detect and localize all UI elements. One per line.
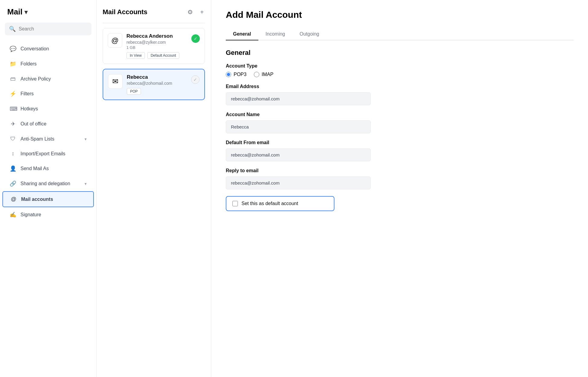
sidebar-item-label-archive-policy: Archive Policy: [21, 76, 51, 82]
account-name-rebecca: Rebecca: [127, 74, 187, 80]
settings-button[interactable]: ⚙: [186, 7, 194, 17]
sidebar-item-label-filters: Filters: [21, 91, 34, 97]
account-email-rebecca: rebecca@zohomail.com: [127, 81, 187, 86]
account-tags-rebecca-anderson: In ViewDefault Account: [126, 52, 187, 59]
nav-list: 💬Conversation📁Folders🗃Archive Policy⚡Fil…: [0, 41, 96, 222]
account-tag-rebecca-pop: POP: [127, 88, 141, 95]
account-tag-rebecca-anderson-default-account: Default Account: [147, 52, 179, 59]
folders-icon: 📁: [10, 61, 16, 67]
default-from-email-input[interactable]: [226, 148, 371, 161]
account-avatar-rebecca: ✉: [108, 74, 123, 89]
send-mail-as-icon: 👤: [10, 165, 16, 172]
sidebar-item-archive-policy[interactable]: 🗃Archive Policy: [2, 71, 94, 86]
sidebar-item-label-out-of-office: Out of office: [21, 121, 46, 127]
imap-radio[interactable]: [254, 72, 259, 77]
pop3-radio[interactable]: [226, 72, 231, 77]
email-address-input[interactable]: [226, 92, 371, 105]
account-type-group: Account Type POP3 IMAP: [226, 63, 574, 77]
add-account-button[interactable]: +: [199, 7, 205, 17]
search-box[interactable]: 🔍: [5, 23, 91, 35]
default-from-email-label: Default From email: [226, 140, 574, 145]
panel-title: Mail Accounts: [103, 8, 147, 16]
sidebar-item-label-conversation: Conversation: [21, 46, 49, 52]
sidebar: Mail ▾ 🔍 💬Conversation📁Folders🗃Archive P…: [0, 0, 97, 377]
sidebar-item-label-mail-accounts: Mail accounts: [21, 197, 53, 202]
app-title-text: Mail: [7, 7, 23, 17]
imap-option[interactable]: IMAP: [254, 72, 273, 77]
tab-general[interactable]: General: [226, 28, 258, 40]
anti-spam-arrow-icon: ▾: [85, 137, 87, 141]
pop3-option[interactable]: POP3: [226, 72, 247, 77]
reply-to-email-group: Reply to email: [226, 168, 574, 189]
sidebar-item-label-signature: Signature: [21, 212, 41, 217]
anti-spam-icon: 🛡: [10, 136, 16, 142]
reply-to-email-input[interactable]: [226, 176, 371, 189]
imap-label: IMAP: [262, 72, 273, 77]
signature-icon: ✍: [10, 211, 16, 218]
account-storage-rebecca-anderson: 1 GB: [126, 45, 187, 50]
tab-outgoing[interactable]: Outgoing: [292, 28, 327, 40]
account-tag-rebecca-anderson-in-view: In View: [126, 52, 145, 59]
import-export-icon: ↕: [10, 150, 16, 157]
account-info-rebecca-anderson: Rebecca Andersonrebecca@zylker.com1 GBIn…: [126, 33, 187, 59]
right-panel-title: Add Mail Account: [226, 10, 574, 20]
sidebar-item-anti-spam[interactable]: 🛡Anti-Spam Lists▾: [2, 131, 94, 146]
sidebar-item-label-anti-spam: Anti-Spam Lists: [21, 136, 54, 142]
title-dropdown-icon[interactable]: ▾: [24, 8, 27, 16]
sidebar-item-import-export[interactable]: ↕Import/Export Emails: [2, 146, 94, 161]
panel-header: Mail Accounts ⚙ +: [103, 7, 205, 17]
account-check-rebecca-anderson: ✓: [191, 34, 200, 43]
tabs: GeneralIncomingOutgoing: [226, 28, 574, 40]
out-of-office-icon: ✈: [10, 121, 16, 127]
account-name-input[interactable]: [226, 120, 371, 133]
grey-checkmark-icon: ✓: [191, 75, 200, 84]
hotkeys-icon: ⌨: [10, 106, 16, 112]
pop3-label: POP3: [234, 72, 247, 77]
sidebar-item-folders[interactable]: 📁Folders: [2, 56, 94, 71]
search-input[interactable]: [19, 26, 87, 32]
app-title: Mail ▾: [0, 7, 96, 23]
sidebar-item-conversation[interactable]: 💬Conversation: [2, 41, 94, 56]
account-name-rebecca-anderson: Rebecca Anderson: [126, 33, 187, 39]
sidebar-item-label-import-export: Import/Export Emails: [21, 151, 65, 157]
sidebar-item-filters[interactable]: ⚡Filters: [2, 86, 94, 101]
default-account-box[interactable]: Set this as default account: [226, 196, 334, 211]
sidebar-item-signature[interactable]: ✍Signature: [2, 207, 94, 222]
sharing-arrow-icon: ▾: [85, 181, 87, 186]
filters-icon: ⚡: [10, 90, 16, 97]
sidebar-item-send-mail-as[interactable]: 👤Send Mail As: [2, 161, 94, 176]
sidebar-item-sharing[interactable]: 🔗Sharing and delegation▾: [2, 176, 94, 191]
account-card-rebecca-anderson[interactable]: @Rebecca Andersonrebecca@zylker.com1 GBI…: [103, 28, 205, 64]
sidebar-item-label-send-mail-as: Send Mail As: [21, 166, 49, 171]
sidebar-item-mail-accounts[interactable]: @Mail accounts: [2, 191, 94, 207]
account-name-label: Account Name: [226, 112, 574, 117]
account-info-rebecca: Rebeccarebecca@zohomail.comPOP: [127, 74, 187, 95]
mail-accounts-icon: @: [10, 196, 17, 202]
account-avatar-rebecca-anderson: @: [108, 33, 122, 48]
account-type-radios: POP3 IMAP: [226, 72, 574, 77]
account-tags-rebecca: POP: [127, 88, 187, 95]
default-account-checkbox[interactable]: [232, 201, 238, 206]
sidebar-item-hotkeys[interactable]: ⌨Hotkeys: [2, 101, 94, 116]
account-check-rebecca: ✓: [191, 75, 200, 84]
middle-panel: Mail Accounts ⚙ + @Rebecca Andersonrebec…: [97, 0, 211, 377]
section-heading: General: [226, 49, 574, 57]
account-name-group: Account Name: [226, 112, 574, 133]
panel-actions: ⚙ +: [186, 7, 205, 17]
reply-to-email-label: Reply to email: [226, 168, 574, 173]
sidebar-item-label-sharing: Sharing and delegation: [21, 181, 70, 186]
email-address-label: Email Address: [226, 84, 574, 89]
panel-divider: [103, 23, 205, 23]
account-type-label: Account Type: [226, 63, 574, 69]
account-card-rebecca[interactable]: ✉Rebeccarebecca@zohomail.comPOP✓: [103, 69, 205, 100]
search-icon: 🔍: [9, 26, 16, 32]
archive-policy-icon: 🗃: [10, 76, 16, 82]
default-from-email-group: Default From email: [226, 140, 574, 161]
tab-incoming[interactable]: Incoming: [258, 28, 292, 40]
sidebar-item-out-of-office[interactable]: ✈Out of office: [2, 116, 94, 131]
email-address-group: Email Address: [226, 84, 574, 105]
conversation-icon: 💬: [10, 46, 16, 52]
right-panel: Add Mail Account GeneralIncomingOutgoing…: [211, 0, 588, 377]
account-list: @Rebecca Andersonrebecca@zylker.com1 GBI…: [103, 28, 205, 100]
sidebar-item-label-folders: Folders: [21, 61, 37, 67]
